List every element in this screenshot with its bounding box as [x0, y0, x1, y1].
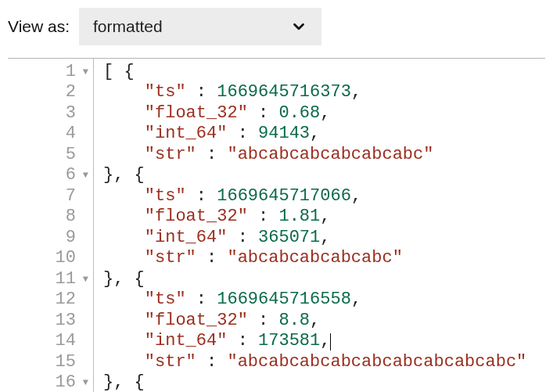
token-string: "float_32"	[145, 103, 248, 124]
code-line[interactable]: }, {	[103, 166, 526, 187]
line-number: 10	[56, 248, 76, 269]
line-number: 16	[56, 372, 76, 392]
gutter-row: 6▼	[8, 166, 88, 187]
token-string: "int_64"	[145, 331, 228, 352]
gutter-row: 13▼	[8, 311, 88, 332]
token-punct: }, {	[103, 372, 145, 392]
token-punct: ,	[310, 124, 320, 145]
line-number: 12	[56, 290, 76, 311]
token-punct	[103, 290, 145, 311]
gutter-row: 7▼	[8, 186, 88, 207]
token-string: "float_32"	[145, 207, 248, 228]
code-line[interactable]: "int_64" : 94143,	[103, 124, 526, 146]
token-string: "abcabcabcabcabc"	[227, 248, 402, 269]
token-string: "str"	[145, 352, 196, 373]
code-line[interactable]: "ts" : 1669645717066,	[103, 186, 526, 207]
fold-toggle-icon[interactable]: ▼	[79, 377, 88, 389]
code-line[interactable]: "str" : "abcabcabcabcabcabcabcabcabc"	[103, 352, 526, 373]
code-line[interactable]: "str" : "abcabcabcabcabcabc"	[103, 145, 526, 166]
line-number: 9	[66, 228, 76, 249]
token-punct: :	[227, 124, 258, 145]
line-number: 13	[56, 311, 76, 332]
gutter-row: 9▼	[8, 228, 88, 249]
token-punct: ,	[320, 207, 330, 228]
token-punct: :	[186, 186, 217, 207]
code-line[interactable]: }, {	[103, 373, 526, 393]
token-number: 1669645717066	[217, 186, 351, 207]
token-punct: :	[196, 145, 228, 166]
code-line[interactable]: "ts" : 1669645716373,	[103, 83, 526, 104]
token-string: "int_64"	[145, 124, 228, 145]
gutter-row: 12▼	[8, 290, 88, 311]
token-punct	[103, 145, 145, 166]
token-punct: [ {	[103, 62, 135, 83]
token-punct	[103, 186, 145, 207]
token-punct	[103, 311, 145, 332]
code-area[interactable]: [ { "ts" : 1669645716373, "float_32" : 0…	[94, 59, 526, 392]
gutter-row: 5▼	[8, 145, 88, 166]
gutter-row: 14▼	[8, 332, 88, 353]
line-number: 4	[66, 124, 76, 145]
code-line[interactable]: "float_32" : 1.81,	[103, 207, 526, 228]
gutter-row: 10▼	[8, 249, 88, 270]
token-number: 0.68	[278, 103, 320, 124]
line-number: 7	[66, 186, 76, 207]
token-number: 365071	[258, 228, 320, 249]
line-number: 8	[66, 207, 76, 228]
token-punct: :	[248, 103, 279, 124]
token-punct: :	[186, 290, 217, 311]
code-line[interactable]: "int_64" : 173581,	[103, 332, 526, 353]
text-caret	[330, 333, 331, 351]
token-number: 1669645716558	[217, 290, 351, 311]
fold-toggle-icon[interactable]: ▼	[79, 274, 88, 286]
line-number: 14	[56, 331, 76, 352]
line-number: 1	[66, 62, 76, 83]
token-number: 1.81	[278, 207, 320, 228]
fold-toggle-icon[interactable]: ▼	[79, 67, 88, 78]
token-punct: :	[186, 82, 217, 103]
code-line[interactable]: [ {	[103, 62, 526, 83]
token-punct: :	[227, 331, 258, 352]
line-number: 5	[66, 145, 76, 166]
token-punct	[103, 228, 145, 249]
token-string: "float_32"	[145, 311, 248, 332]
token-punct: ,	[351, 290, 361, 311]
line-number: 2	[66, 82, 76, 103]
token-punct: :	[248, 207, 279, 228]
gutter-row: 15▼	[8, 352, 88, 373]
token-punct	[103, 124, 145, 145]
token-string: "ts"	[145, 82, 186, 103]
token-punct: }, {	[103, 165, 145, 186]
view-as-select-value: formatted	[93, 17, 163, 36]
gutter-row: 8▼	[8, 207, 88, 228]
token-punct: }, {	[103, 269, 145, 290]
code-line[interactable]: "str" : "abcabcabcabcabc"	[103, 249, 526, 270]
token-string: "abcabcabcabcabcabcabcabcabc"	[227, 352, 526, 373]
view-as-select[interactable]: formatted	[79, 8, 321, 45]
token-punct: :	[227, 228, 258, 249]
token-punct	[103, 352, 145, 373]
code-line[interactable]: "float_32" : 8.8,	[103, 311, 526, 332]
gutter-row: 3▼	[8, 103, 88, 124]
code-line[interactable]: "ts" : 1669645716558,	[103, 290, 526, 311]
gutter-row: 1▼	[8, 62, 88, 83]
gutter-row: 4▼	[8, 124, 88, 146]
token-punct	[103, 248, 145, 269]
line-gutter: 1▼2▼3▼4▼5▼6▼7▼8▼9▼10▼11▼12▼13▼14▼15▼16▼	[8, 59, 94, 392]
gutter-row: 11▼	[8, 269, 88, 290]
token-string: "abcabcabcabcabcabc"	[227, 145, 433, 166]
token-punct: ,	[351, 82, 361, 103]
code-line[interactable]: "int_64" : 365071,	[103, 228, 526, 249]
token-number: 94143	[258, 124, 310, 145]
code-editor[interactable]: 1▼2▼3▼4▼5▼6▼7▼8▼9▼10▼11▼12▼13▼14▼15▼16▼ …	[8, 58, 545, 392]
token-number: 8.8	[278, 311, 310, 332]
view-as-label: View as:	[8, 17, 70, 36]
fold-toggle-icon[interactable]: ▼	[79, 170, 88, 182]
token-punct: ,	[320, 331, 330, 352]
token-punct	[103, 207, 145, 228]
token-string: "int_64"	[145, 228, 228, 249]
token-punct: ,	[320, 103, 330, 124]
code-line[interactable]: "float_32" : 0.68,	[103, 103, 526, 124]
code-line[interactable]: }, {	[103, 269, 526, 290]
token-punct: ,	[320, 228, 330, 249]
